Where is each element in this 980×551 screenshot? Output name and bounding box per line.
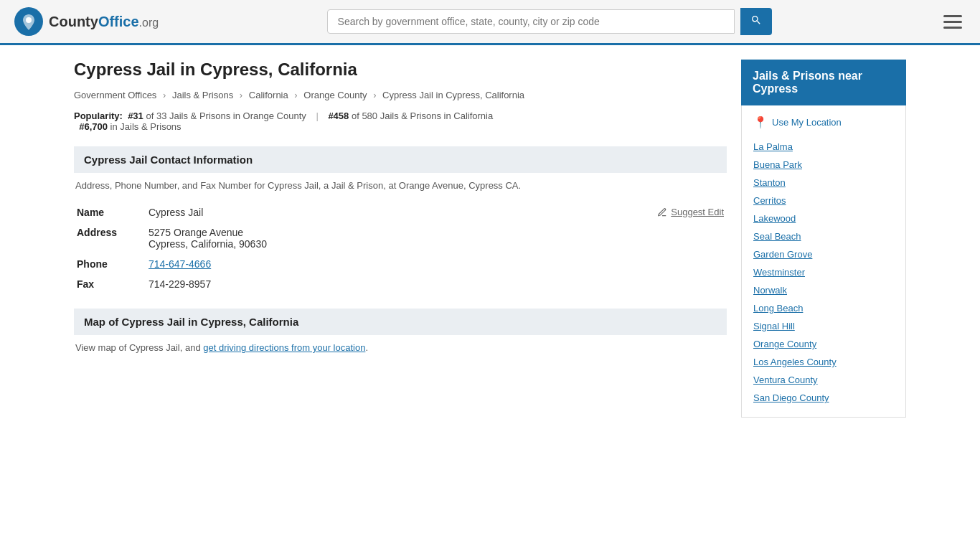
phone-label: Phone [74, 254, 146, 274]
driving-directions-link[interactable]: get driving directions from your locatio… [203, 342, 365, 353]
suggest-edit-button[interactable]: Suggest Edit [657, 207, 724, 217]
table-row-fax: Fax 714-229-8957 [74, 274, 727, 294]
sidebar-link-9[interactable]: Long Beach [753, 299, 894, 317]
sidebar-link-11[interactable]: Orange County [753, 335, 894, 353]
sidebar-link-8[interactable]: Norwalk [753, 281, 894, 299]
hamburger-line-2 [943, 21, 962, 23]
search-input[interactable] [327, 9, 735, 34]
sidebar-link-14[interactable]: San Diego County [753, 389, 894, 407]
logo-area: CountyOffice.org [14, 7, 159, 36]
fax-value: 714-229-8957 [146, 274, 727, 294]
hamburger-line-3 [943, 27, 962, 29]
contact-section-header: Cypress Jail Contact Information [74, 146, 727, 173]
breadcrumb-current[interactable]: Cypress Jail in Cypress, California [382, 90, 524, 100]
sidebar-link-1[interactable]: Buena Park [753, 156, 894, 174]
map-description: View map of Cypress Jail, and get drivin… [74, 342, 727, 353]
name-label: Name [74, 202, 146, 222]
table-row-address: Address 5275 Orange Avenue Cypress, Cali… [74, 222, 727, 254]
table-row-name: Name Cypress Jail Suggest Edit [74, 202, 727, 222]
hamburger-line-1 [943, 15, 962, 17]
sidebar: Jails & Prisons near Cypress 📍 Use My Lo… [741, 60, 906, 418]
contact-info-table: Name Cypress Jail Suggest Edit Address 5… [74, 202, 727, 294]
sidebar-link-13[interactable]: Ventura County [753, 371, 894, 389]
breadcrumb-gov-offices[interactable]: Government Offices [74, 90, 156, 100]
fax-label: Fax [74, 274, 146, 294]
logo-text: CountyOffice.org [49, 14, 159, 30]
breadcrumb-orange-county[interactable]: Orange County [303, 90, 367, 100]
location-icon: 📍 [753, 116, 768, 129]
breadcrumb-california[interactable]: California [249, 90, 288, 100]
breadcrumb: Government Offices › Jails & Prisons › C… [74, 90, 727, 100]
hamburger-menu-button[interactable] [940, 11, 966, 32]
popularity-section: Popularity: #31 of 33 Jails & Prisons in… [74, 110, 727, 132]
sidebar-content: 📍 Use My Location La PalmaBuena ParkStan… [741, 105, 906, 418]
site-header: CountyOffice.org [0, 0, 980, 45]
search-area [327, 8, 772, 35]
sidebar-links-list: La PalmaBuena ParkStantonCerritosLakewoo… [753, 138, 894, 407]
address-value: 5275 Orange Avenue Cypress, California, … [146, 222, 727, 254]
sidebar-link-2[interactable]: Stanton [753, 174, 894, 192]
sidebar-link-12[interactable]: Los Angeles County [753, 353, 894, 371]
sidebar-link-4[interactable]: Lakewood [753, 209, 894, 227]
sidebar-header: Jails & Prisons near Cypress [741, 60, 906, 105]
content-area: Cypress Jail in Cypress, California Gove… [74, 60, 727, 418]
sidebar-link-5[interactable]: Seal Beach [753, 227, 894, 245]
sidebar-link-7[interactable]: Westminster [753, 263, 894, 281]
logo-icon [14, 7, 43, 36]
contact-description: Address, Phone Number, and Fax Number fo… [74, 180, 727, 191]
table-row-phone: Phone 714-647-4666 [74, 254, 727, 274]
rank2: #458 [328, 110, 349, 121]
rank1: #31 [128, 110, 143, 121]
name-value: Cypress Jail Suggest Edit [146, 202, 727, 222]
sidebar-link-0[interactable]: La Palma [753, 138, 894, 156]
breadcrumb-jails-prisons[interactable]: Jails & Prisons [172, 90, 233, 100]
phone-value: 714-647-4666 [146, 254, 727, 274]
map-section-header: Map of Cypress Jail in Cypress, Californ… [74, 309, 727, 335]
page-title: Cypress Jail in Cypress, California [74, 60, 727, 80]
sidebar-link-3[interactable]: Cerritos [753, 192, 894, 209]
phone-link[interactable]: 714-647-4666 [149, 258, 211, 270]
sidebar-link-6[interactable]: Garden Grove [753, 245, 894, 263]
address-label: Address [74, 222, 146, 254]
use-my-location[interactable]: 📍 Use My Location [753, 116, 894, 129]
search-button[interactable] [740, 8, 772, 35]
sidebar-link-10[interactable]: Signal Hill [753, 317, 894, 335]
rank3: #6,700 [79, 121, 108, 132]
main-container: Cypress Jail in Cypress, California Gove… [60, 45, 920, 432]
